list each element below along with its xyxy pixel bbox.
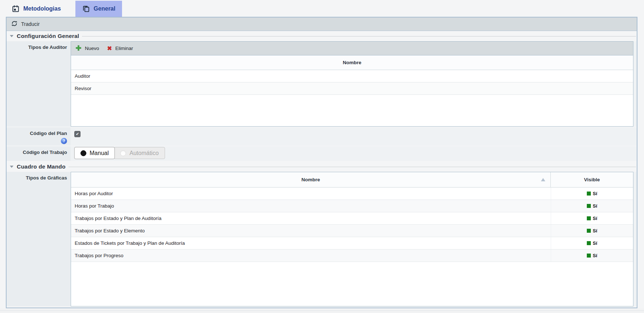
column-header-nombre[interactable]: Nombre [71, 55, 633, 70]
table-empty-area [71, 262, 633, 306]
calendar-icon [12, 5, 20, 13]
delete-button-label: Eliminar [115, 46, 133, 51]
panel-toolbar: Traducir [7, 18, 637, 31]
chart-name: Estados de Tickets por Trabajo y Plan de… [71, 237, 551, 249]
table-row[interactable]: Trabajos por Progreso Sí [71, 250, 633, 262]
radio-manual-label: Manual [90, 150, 109, 156]
work-code-toggle: Manual Automático [74, 147, 165, 159]
radio-selected-icon [80, 150, 86, 156]
visible-cell: Sí [551, 188, 633, 200]
green-square-icon [587, 241, 591, 245]
tab-bar: Metodologias General [0, 0, 644, 17]
visible-cell: Sí [551, 200, 633, 212]
column-header-visible[interactable]: Visible [551, 172, 633, 187]
section-header-cuadro-de-mando: Cuadro de Mando [7, 162, 637, 172]
tipos-de-auditor-label: Tipos de Auditor [28, 45, 67, 51]
visible-value: Sí [593, 228, 597, 233]
tab-label: Metodologias [23, 5, 61, 12]
table-row[interactable]: Trabajos por Estado y Plan de Auditoría … [71, 212, 633, 225]
visible-cell: Sí [551, 237, 633, 249]
table-row[interactable]: Estados de Tickets por Trabajo y Plan de… [71, 237, 633, 250]
chart-name: Horas por Trabajo [71, 200, 551, 212]
plan-code-checkbox[interactable]: ✔ [74, 131, 80, 137]
form-row-tipos-de-auditor: Tipos de Auditor Nuevo [7, 41, 637, 127]
auditor-types-table: Nuevo ✖ Eliminar Nombre Auditor Revisor [71, 41, 633, 127]
section-header-configuracion-general: Configuración General [7, 31, 637, 41]
radio-automatico[interactable]: Automático [114, 147, 165, 159]
form-row-codigo-del-plan: Código del Plan ? ✔ [7, 127, 637, 146]
column-header-nombre[interactable]: Nombre [71, 172, 551, 187]
visible-cell: Sí [551, 225, 633, 237]
label-column: Tipos de Gráficas [7, 172, 71, 306]
green-square-icon [587, 216, 591, 220]
collapse-triangle-icon[interactable] [10, 166, 13, 170]
section-divider [68, 167, 636, 167]
label-column: Tipos de Auditor [7, 41, 71, 127]
tab-metodologias[interactable]: Metodologias [5, 1, 67, 17]
new-button[interactable]: Nuevo [75, 45, 99, 52]
radio-manual[interactable]: Manual [74, 147, 115, 159]
chart-name: Horas por Auditor [71, 188, 551, 200]
delete-button[interactable]: ✖ Eliminar [107, 46, 133, 51]
codigo-del-plan-label: Código del Plan [30, 131, 67, 137]
settings-content: Configuración General Tipos de Auditor [7, 31, 637, 308]
label-column: Código del Plan ? [7, 127, 71, 146]
sort-ascending-icon [541, 178, 545, 181]
section-title: Configuración General [17, 33, 79, 39]
chart-name: Trabajos por Estado y Elemento [71, 225, 551, 237]
field-column: Nuevo ✖ Eliminar Nombre Auditor Revisor [71, 41, 637, 127]
radio-unselected-icon [120, 150, 126, 156]
visible-value: Sí [593, 191, 597, 196]
label-column: Código del Trabajo [7, 146, 71, 161]
chart-name: Trabajos por Progreso [71, 250, 551, 262]
visible-value: Sí [593, 216, 597, 221]
collapse-triangle-icon[interactable] [10, 35, 13, 39]
table-row[interactable]: Trabajos por Estado y Elemento Sí [71, 225, 633, 237]
tab-label: General [94, 5, 115, 12]
visible-value: Sí [593, 240, 597, 246]
table-row[interactable]: Horas por Auditor Sí [71, 188, 633, 200]
translate-button[interactable]: Traducir [11, 20, 40, 28]
green-square-icon [587, 204, 591, 208]
field-column: ✔ [71, 127, 637, 146]
field-column: Manual Automático [71, 146, 637, 161]
clipboard-icon [82, 5, 90, 13]
green-square-icon [587, 254, 591, 258]
radio-automatico-label: Automático [129, 150, 158, 156]
codigo-del-trabajo-label: Código del Trabajo [23, 150, 67, 156]
table-empty-area [71, 95, 633, 126]
sync-icon [11, 20, 18, 28]
main-panel: Traducir Configuración General Tipos de … [6, 17, 637, 308]
table-row-auditor[interactable]: Auditor [71, 70, 633, 82]
section-title: Cuadro de Mando [17, 163, 66, 170]
new-button-label: Nuevo [85, 46, 99, 51]
table-row[interactable]: Horas por Trabajo Sí [71, 200, 633, 212]
chart-name: Trabajos por Estado y Plan de Auditoría [71, 212, 551, 224]
form-row-codigo-del-trabajo: Código del Trabajo Manual Automático [7, 146, 637, 161]
tab-general[interactable]: General [75, 1, 122, 17]
tipos-de-graficas-label: Tipos de Gráficas [26, 175, 67, 181]
form-row-tipos-de-graficas: Tipos de Gráficas Nombre Visible Horas p… [7, 172, 637, 306]
visible-value: Sí [593, 253, 597, 258]
chart-types-header: Nombre Visible [71, 172, 633, 188]
chart-types-table: Nombre Visible Horas por Auditor Sí Hora… [71, 172, 633, 306]
green-square-icon [587, 192, 591, 196]
visible-value: Sí [593, 203, 597, 209]
table-row-revisor[interactable]: Revisor [71, 82, 633, 95]
column-header-label: Nombre [301, 177, 320, 182]
help-icon[interactable]: ? [61, 138, 67, 144]
visible-cell: Sí [551, 250, 633, 262]
green-square-icon [587, 229, 591, 233]
field-column: Nombre Visible Horas por Auditor Sí Hora… [71, 172, 637, 306]
auditor-types-toolbar: Nuevo ✖ Eliminar [71, 42, 633, 55]
plus-icon [75, 45, 82, 52]
visible-cell: Sí [551, 212, 633, 224]
section-divider [82, 36, 636, 36]
translate-label: Traducir [21, 21, 40, 27]
bottom-strip [0, 308, 644, 313]
x-icon: ✖ [107, 46, 112, 51]
